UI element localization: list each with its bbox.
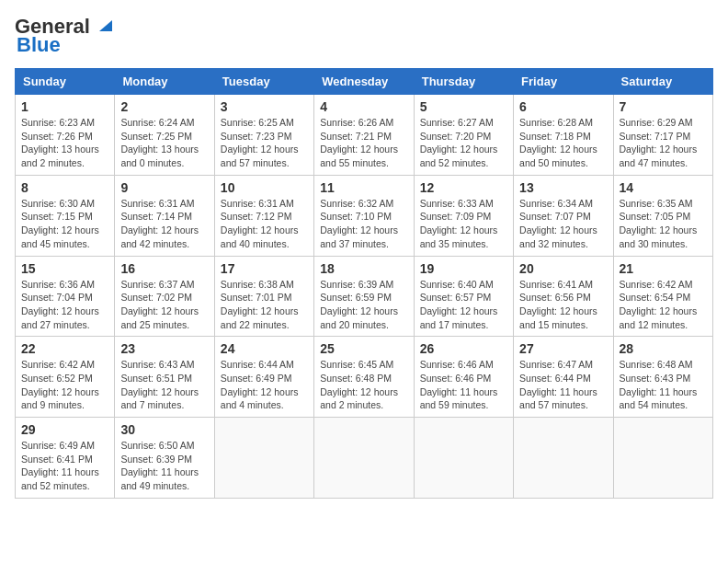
calendar-cell: 1Sunrise: 6:23 AMSunset: 7:26 PMDaylight… xyxy=(16,95,115,176)
day-info: Sunrise: 6:25 AMSunset: 7:23 PMDaylight:… xyxy=(221,116,308,170)
calendar-cell: 9Sunrise: 6:31 AMSunset: 7:14 PMDaylight… xyxy=(115,175,214,256)
calendar-cell: 13Sunrise: 6:34 AMSunset: 7:07 PMDayligh… xyxy=(514,175,613,256)
calendar-cell: 24Sunrise: 6:44 AMSunset: 6:49 PMDayligh… xyxy=(214,337,313,418)
calendar-cell: 30Sunrise: 6:50 AMSunset: 6:39 PMDayligh… xyxy=(115,418,214,499)
weekday-header-friday: Friday xyxy=(514,69,613,95)
calendar-cell: 4Sunrise: 6:26 AMSunset: 7:21 PMDaylight… xyxy=(314,95,414,176)
day-info: Sunrise: 6:30 AMSunset: 7:15 PMDaylight:… xyxy=(21,197,108,251)
day-number: 10 xyxy=(221,180,308,195)
day-number: 28 xyxy=(620,341,707,356)
day-info: Sunrise: 6:43 AMSunset: 6:51 PMDaylight:… xyxy=(120,358,208,412)
calendar-cell: 15Sunrise: 6:36 AMSunset: 7:04 PMDayligh… xyxy=(16,256,115,337)
calendar-cell: 5Sunrise: 6:27 AMSunset: 7:20 PMDaylight… xyxy=(414,95,513,176)
day-number: 17 xyxy=(221,261,308,276)
calendar-cell: 20Sunrise: 6:41 AMSunset: 6:56 PMDayligh… xyxy=(514,256,613,337)
day-number: 29 xyxy=(21,422,108,437)
svg-marker-0 xyxy=(99,20,112,31)
day-number: 4 xyxy=(320,99,407,114)
day-number: 3 xyxy=(221,99,308,114)
week-row-4: 22Sunrise: 6:42 AMSunset: 6:52 PMDayligh… xyxy=(16,337,713,418)
day-info: Sunrise: 6:27 AMSunset: 7:20 PMDaylight:… xyxy=(420,116,507,170)
day-info: Sunrise: 6:24 AMSunset: 7:25 PMDaylight:… xyxy=(120,116,208,170)
weekday-header-row: SundayMondayTuesdayWednesdayThursdayFrid… xyxy=(16,69,713,95)
weekday-header-thursday: Thursday xyxy=(414,69,513,95)
day-number: 6 xyxy=(519,99,607,114)
calendar-cell: 2Sunrise: 6:24 AMSunset: 7:25 PMDaylight… xyxy=(115,95,214,176)
calendar-cell xyxy=(613,418,712,499)
day-info: Sunrise: 6:38 AMSunset: 7:01 PMDaylight:… xyxy=(221,278,308,332)
week-row-1: 1Sunrise: 6:23 AMSunset: 7:26 PMDaylight… xyxy=(16,95,713,176)
day-number: 27 xyxy=(519,341,607,356)
day-info: Sunrise: 6:29 AMSunset: 7:17 PMDaylight:… xyxy=(620,116,707,170)
calendar-cell: 21Sunrise: 6:42 AMSunset: 6:54 PMDayligh… xyxy=(613,256,712,337)
calendar-cell: 19Sunrise: 6:40 AMSunset: 6:57 PMDayligh… xyxy=(414,256,513,337)
calendar-cell: 7Sunrise: 6:29 AMSunset: 7:17 PMDaylight… xyxy=(613,95,712,176)
day-number: 7 xyxy=(620,99,707,114)
day-number: 30 xyxy=(120,422,208,437)
weekday-header-wednesday: Wednesday xyxy=(314,69,414,95)
weekday-header-tuesday: Tuesday xyxy=(214,69,313,95)
day-number: 1 xyxy=(21,99,108,114)
day-number: 8 xyxy=(21,180,108,195)
calendar-cell: 27Sunrise: 6:47 AMSunset: 6:44 PMDayligh… xyxy=(514,337,613,418)
day-number: 23 xyxy=(120,341,208,356)
day-number: 16 xyxy=(120,261,208,276)
day-info: Sunrise: 6:42 AMSunset: 6:54 PMDaylight:… xyxy=(620,278,707,332)
day-info: Sunrise: 6:28 AMSunset: 7:18 PMDaylight:… xyxy=(519,116,607,170)
day-info: Sunrise: 6:35 AMSunset: 7:05 PMDaylight:… xyxy=(620,197,707,251)
day-number: 5 xyxy=(420,99,507,114)
calendar-cell: 29Sunrise: 6:49 AMSunset: 6:41 PMDayligh… xyxy=(16,418,115,499)
calendar-cell: 10Sunrise: 6:31 AMSunset: 7:12 PMDayligh… xyxy=(214,175,313,256)
day-info: Sunrise: 6:32 AMSunset: 7:10 PMDaylight:… xyxy=(320,197,407,251)
calendar-cell xyxy=(514,418,613,499)
day-number: 14 xyxy=(620,180,707,195)
day-info: Sunrise: 6:34 AMSunset: 7:07 PMDaylight:… xyxy=(519,197,607,251)
day-info: Sunrise: 6:23 AMSunset: 7:26 PMDaylight:… xyxy=(21,116,108,170)
day-number: 26 xyxy=(420,341,507,356)
week-row-5: 29Sunrise: 6:49 AMSunset: 6:41 PMDayligh… xyxy=(16,418,713,499)
logo-icon xyxy=(92,15,112,35)
day-info: Sunrise: 6:39 AMSunset: 6:59 PMDaylight:… xyxy=(320,278,407,332)
day-info: Sunrise: 6:33 AMSunset: 7:09 PMDaylight:… xyxy=(420,197,507,251)
calendar-cell: 23Sunrise: 6:43 AMSunset: 6:51 PMDayligh… xyxy=(115,337,214,418)
day-info: Sunrise: 6:41 AMSunset: 6:56 PMDaylight:… xyxy=(519,278,607,332)
day-info: Sunrise: 6:26 AMSunset: 7:21 PMDaylight:… xyxy=(320,116,407,170)
calendar-cell: 3Sunrise: 6:25 AMSunset: 7:23 PMDaylight… xyxy=(214,95,313,176)
calendar-cell: 12Sunrise: 6:33 AMSunset: 7:09 PMDayligh… xyxy=(414,175,513,256)
day-info: Sunrise: 6:44 AMSunset: 6:49 PMDaylight:… xyxy=(221,358,308,412)
day-info: Sunrise: 6:31 AMSunset: 7:12 PMDaylight:… xyxy=(221,197,308,251)
day-number: 19 xyxy=(420,261,507,276)
day-info: Sunrise: 6:46 AMSunset: 6:46 PMDaylight:… xyxy=(420,358,507,412)
calendar-cell: 11Sunrise: 6:32 AMSunset: 7:10 PMDayligh… xyxy=(314,175,414,256)
calendar-cell: 25Sunrise: 6:45 AMSunset: 6:48 PMDayligh… xyxy=(314,337,414,418)
day-number: 12 xyxy=(420,180,507,195)
day-number: 20 xyxy=(519,261,607,276)
day-number: 21 xyxy=(620,261,707,276)
calendar-cell xyxy=(314,418,414,499)
day-info: Sunrise: 6:47 AMSunset: 6:44 PMDaylight:… xyxy=(519,358,607,412)
calendar-table: SundayMondayTuesdayWednesdayThursdayFrid… xyxy=(15,68,713,499)
day-info: Sunrise: 6:36 AMSunset: 7:04 PMDaylight:… xyxy=(21,278,108,332)
logo-blue: Blue xyxy=(17,33,61,57)
day-number: 18 xyxy=(320,261,407,276)
day-info: Sunrise: 6:40 AMSunset: 6:57 PMDaylight:… xyxy=(420,278,507,332)
calendar-cell: 16Sunrise: 6:37 AMSunset: 7:02 PMDayligh… xyxy=(115,256,214,337)
calendar-cell: 17Sunrise: 6:38 AMSunset: 7:01 PMDayligh… xyxy=(214,256,313,337)
day-number: 2 xyxy=(120,99,208,114)
calendar-cell: 22Sunrise: 6:42 AMSunset: 6:52 PMDayligh… xyxy=(16,337,115,418)
calendar-cell: 18Sunrise: 6:39 AMSunset: 6:59 PMDayligh… xyxy=(314,256,414,337)
header: General Blue xyxy=(15,15,713,57)
weekday-header-monday: Monday xyxy=(115,69,214,95)
calendar-cell xyxy=(414,418,513,499)
day-info: Sunrise: 6:48 AMSunset: 6:43 PMDaylight:… xyxy=(620,358,707,412)
week-row-2: 8Sunrise: 6:30 AMSunset: 7:15 PMDaylight… xyxy=(16,175,713,256)
calendar-cell: 6Sunrise: 6:28 AMSunset: 7:18 PMDaylight… xyxy=(514,95,613,176)
calendar-cell: 8Sunrise: 6:30 AMSunset: 7:15 PMDaylight… xyxy=(16,175,115,256)
day-info: Sunrise: 6:42 AMSunset: 6:52 PMDaylight:… xyxy=(21,358,108,412)
day-number: 13 xyxy=(519,180,607,195)
day-number: 24 xyxy=(221,341,308,356)
day-number: 25 xyxy=(320,341,407,356)
calendar-cell: 26Sunrise: 6:46 AMSunset: 6:46 PMDayligh… xyxy=(414,337,513,418)
day-number: 11 xyxy=(320,180,407,195)
day-number: 15 xyxy=(21,261,108,276)
